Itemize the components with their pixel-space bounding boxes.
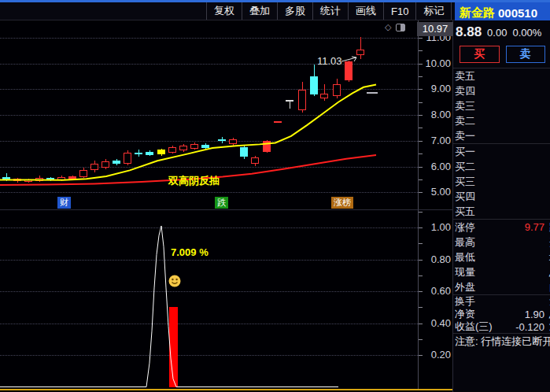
price-axis-label: 8.00: [419, 109, 451, 120]
sell-button[interactable]: 卖: [506, 46, 546, 63]
gridline: [0, 291, 418, 292]
candle-body: [298, 90, 306, 110]
axis-tick: [419, 128, 423, 128]
diamond-icon[interactable]: ◇: [385, 23, 391, 31]
candle-body: [57, 177, 65, 181]
bid-row-1[interactable]: 买一: [453, 144, 550, 159]
candle-body: [135, 153, 142, 154]
ask-row-3[interactable]: 卖三: [453, 98, 550, 113]
stock-name: 新金路: [460, 6, 495, 20]
ask-row-2[interactable]: 卖二: [453, 113, 550, 128]
candle-wick: [324, 84, 325, 101]
candle-body: [46, 178, 54, 180]
candle-body: [356, 50, 364, 55]
quote-stats: 换手量比净资1.90总股本收益(三)-0.120流通股: [453, 295, 550, 333]
gridline: [0, 167, 418, 168]
candle-body: [263, 141, 271, 151]
gridline: [0, 324, 418, 324]
buy-button[interactable]: 买: [460, 46, 500, 63]
quote-info: 涨停9.77跌停最高开盘最低均价现量总手外盘内盘: [453, 220, 550, 294]
price-axis-label: 5.00: [419, 187, 451, 198]
info-label: 涨停: [455, 220, 500, 235]
candle-body: [310, 76, 318, 94]
gridline: [0, 89, 418, 90]
info-row-1: 涨停9.77跌停: [453, 220, 550, 235]
stat-value: 1.90: [500, 309, 544, 320]
candlestick-panel[interactable]: ◇ 11.03双高阴反抽: [0, 20, 418, 209]
ask-row-1[interactable]: 卖一: [453, 128, 550, 143]
stat-label: 收益(三): [455, 320, 500, 334]
current-price-dash: [367, 92, 378, 94]
axis-tick: [419, 355, 423, 356]
bid-label: 买四: [455, 190, 500, 204]
candle-body: [274, 121, 282, 123]
ask-row-5[interactable]: 卖五: [453, 68, 550, 83]
candle-body: [124, 153, 131, 165]
ask-label: 卖五: [455, 69, 500, 83]
toolbar: 复权叠加多股统计画线F10标记+自选返回 新金路 000510: [0, 0, 550, 20]
candle-body: [179, 146, 187, 150]
axis-tick: [419, 291, 423, 292]
toolbar-item-6[interactable]: F10: [384, 2, 416, 20]
connection-notice[interactable]: 注意: 行情连接已断开: [453, 334, 550, 349]
candle-body: [240, 147, 248, 157]
bid-label: 买二: [455, 160, 500, 174]
bid-row-5[interactable]: 买五: [453, 204, 550, 219]
quote-row: 8.88 0.00 0.00%: [453, 20, 550, 44]
tag-button-1[interactable]: 财: [57, 197, 71, 209]
gridline: [0, 115, 418, 116]
toolbar-item-7[interactable]: 标记: [416, 2, 452, 20]
candle-body: [146, 152, 153, 156]
axis-tick: [419, 141, 423, 142]
layout-icon[interactable]: [396, 24, 405, 31]
axis-tick: [419, 115, 423, 116]
gridline: [0, 38, 418, 39]
bid-label: 买五: [455, 205, 500, 219]
axis-tick: [419, 324, 423, 324]
info-label: 最高: [455, 235, 500, 250]
last-price: 8.88: [456, 24, 482, 40]
toolbar-spacer: [0, 2, 207, 20]
candle-body: [320, 94, 328, 98]
axis-tick: [419, 243, 423, 244]
candle-body: [190, 144, 198, 148]
trade-buttons: 买 卖: [453, 44, 550, 68]
indicator-axis-label: 0.40: [419, 318, 451, 329]
info-row-3: 最低均价: [453, 250, 550, 264]
tag-button-3[interactable]: 涨榜: [331, 197, 353, 209]
axis-tick: [419, 339, 423, 340]
stat-value: -0.120: [500, 321, 544, 333]
panel-bottom-border: [0, 389, 452, 390]
axis-tick: [419, 89, 423, 90]
high-price-annotation: 11.03: [317, 55, 342, 67]
indicator-axis-label: 0.20: [419, 349, 451, 361]
candle-body: [35, 178, 43, 181]
ask-label: 卖二: [455, 114, 500, 128]
toolbar-item-1[interactable]: 复权: [207, 2, 242, 20]
bid-row-3[interactable]: 买三: [453, 174, 550, 189]
bid-row-2[interactable]: 买二: [453, 159, 550, 174]
axis-tick: [419, 276, 423, 276]
indicator-panel[interactable]: 7.009 %: [0, 209, 418, 389]
stock-code: 000510: [498, 6, 537, 20]
axis-tick: [419, 227, 423, 228]
ask-label: 卖四: [455, 84, 500, 98]
gridline: [0, 355, 418, 356]
indicator-axis-label: 1.00: [419, 222, 451, 233]
bid-label: 买一: [455, 145, 500, 159]
ask-label: 卖一: [455, 129, 500, 143]
axis-tick: [419, 167, 423, 168]
candle-body: [24, 179, 32, 182]
toolbar-item-3[interactable]: 多股: [278, 2, 313, 20]
bid-row-4[interactable]: 买四: [453, 189, 550, 204]
bid-label: 买三: [455, 175, 500, 189]
tag-button-2[interactable]: 跌: [215, 197, 228, 209]
toolbar-item-2[interactable]: 叠加: [242, 2, 278, 20]
axis-tick: [419, 102, 423, 103]
ask-row-4[interactable]: 卖四: [453, 83, 550, 98]
price-axis-label: 10.00: [419, 58, 451, 69]
toolbar-item-4[interactable]: 统计: [313, 2, 349, 20]
axis-tick: [419, 153, 423, 154]
gridline: [0, 227, 418, 228]
toolbar-item-5[interactable]: 画线: [349, 2, 384, 20]
